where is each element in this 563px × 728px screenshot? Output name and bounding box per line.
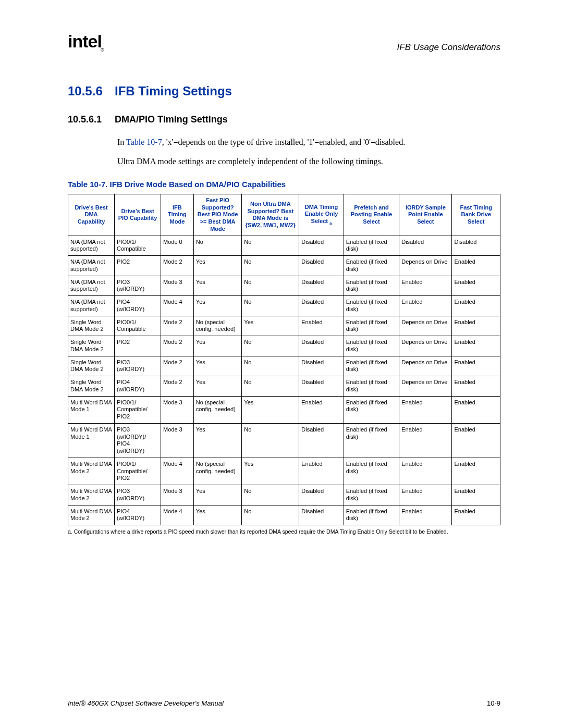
table-cell: Disabled: [452, 236, 500, 256]
table-cell: Yes: [193, 276, 241, 296]
table-cell: PIO0/1/ Compatible/ PIO2: [115, 458, 161, 485]
table-cell: Enabled: [452, 505, 500, 525]
table-cell: Depends on Drive: [399, 356, 452, 376]
table-cell: Yes: [193, 485, 241, 505]
table-cell: Enabled: [452, 396, 500, 423]
p1-b: , 'x'=depends on the type of drive insta…: [162, 138, 405, 146]
table-cell: Enabled: [399, 276, 452, 296]
table-cell: Enabled (if fixed disk): [344, 458, 399, 485]
table-cell: Mode 0: [161, 236, 194, 256]
table-cell: Enabled: [299, 458, 344, 485]
table-cell: Single Word DMA Mode 2: [68, 356, 115, 376]
table-cell: Disabled: [299, 485, 344, 505]
table-cell: Disabled: [299, 505, 344, 525]
table-cell: PIO4 (w/IORDY): [115, 296, 161, 316]
table-cell: Disabled: [299, 336, 344, 356]
table-row: Single Word DMA Mode 2PIO0/1/ Compatible…: [68, 316, 500, 336]
table-cell: No: [193, 236, 241, 256]
table-cell: PIO3 (w/IORDY): [115, 356, 161, 376]
table-cell: Multi Word DMA Mode 1: [68, 423, 115, 458]
table-cell: Single Word DMA Mode 2: [68, 376, 115, 397]
table-cell: Enabled (if fixed disk): [344, 376, 399, 397]
table-cell: Enabled (if fixed disk): [344, 505, 399, 525]
table-row: Single Word DMA Mode 2PIO4 (w/IORDY)Mode…: [68, 376, 500, 397]
table-caption: Table 10-7. IFB Drive Mode Based on DMA/…: [68, 180, 500, 189]
table-cell: Enabled: [399, 485, 452, 505]
th-3: Fast PIO Supported? Best PIO Mode >= Bes…: [193, 194, 241, 236]
table-cell: Disabled: [299, 376, 344, 397]
table-cell: Multi Word DMA Mode 2: [68, 485, 115, 505]
footnote-text: Configurations where a drive reports a P…: [74, 528, 448, 535]
table-cell: No (special config. needed): [193, 458, 241, 485]
table-cell: PIO2: [115, 256, 161, 276]
logo-registered: ®: [101, 47, 104, 53]
th-6: Prefetch and Posting Enable Select: [344, 194, 399, 236]
th-1: Drive's Best PIO Capability: [115, 194, 161, 236]
table-cell: Enabled: [399, 296, 452, 316]
table-cell: Enabled: [299, 396, 344, 423]
th-4: Non Ultra DMA Supported? Best DMA Mode i…: [242, 194, 299, 236]
table-cell: Enabled (if fixed disk): [344, 256, 399, 276]
table-cell: No: [242, 423, 299, 458]
table-cell: N/A (DMA not supported): [68, 296, 115, 316]
table-cell: PIO0/1/ Compatible: [115, 236, 161, 256]
table-cell: Mode 3: [161, 485, 194, 505]
table-row: N/A (DMA not supported)PIO0/1/ Compatibl…: [68, 236, 500, 256]
table-row: Multi Word DMA Mode 2PIO0/1/ Compatible/…: [68, 458, 500, 485]
table-cell: Depends on Drive: [399, 256, 452, 276]
th-0: Drive's Best DMA Capability: [68, 194, 115, 236]
heading-3-title: DMA/PIO Timing Settings: [115, 114, 228, 125]
table-row: N/A (DMA not supported)PIO2Mode 2YesNoDi…: [68, 256, 500, 276]
table-cell: Enabled: [399, 458, 452, 485]
table-cell: Disabled: [399, 236, 452, 256]
footer-page-number: 10-9: [487, 699, 500, 707]
table-row: Single Word DMA Mode 2PIO3 (w/IORDY)Mode…: [68, 356, 500, 376]
table-reference-link[interactable]: Table 10-7: [126, 138, 162, 146]
page-header: intel® IFB Usage Considerations: [68, 31, 500, 53]
table-cell: No: [242, 336, 299, 356]
table-cell: Enabled (if fixed disk): [344, 316, 399, 336]
heading-3: 10.5.6.1DMA/PIO Timing Settings: [68, 114, 500, 125]
table-cell: Disabled: [299, 423, 344, 458]
table-cell: PIO3 (w/IORDY): [115, 485, 161, 505]
table-cell: No (special config. needed): [193, 396, 241, 423]
table-cell: Mode 3: [161, 276, 194, 296]
table-cell: Depends on Drive: [399, 376, 452, 397]
table-row: Multi Word DMA Mode 1PIO0/1/ Compatible/…: [68, 396, 500, 423]
intel-logo: intel®: [68, 31, 104, 53]
table-cell: Mode 2: [161, 316, 194, 336]
p1-a: In: [117, 138, 126, 146]
table-cell: Mode 4: [161, 458, 194, 485]
table-cell: Enabled: [299, 316, 344, 336]
table-cell: PIO4 (w/IORDY): [115, 376, 161, 397]
table-cell: N/A (DMA not supported): [68, 256, 115, 276]
heading-2: 10.5.6IFB Timing Settings: [68, 84, 500, 98]
table-cell: Enabled (if fixed disk): [344, 336, 399, 356]
table-cell: Enabled: [452, 296, 500, 316]
table-cell: Enabled: [452, 316, 500, 336]
page-footer: Intel® 460GX Chipset Software Developer'…: [68, 699, 500, 707]
table-cell: Enabled: [452, 423, 500, 458]
table-cell: Yes: [193, 336, 241, 356]
header-section-title: IFB Usage Considerations: [397, 42, 500, 53]
table-cell: No: [242, 276, 299, 296]
table-cell: No: [242, 356, 299, 376]
table-cell: Mode 2: [161, 356, 194, 376]
table-cell: Enabled: [452, 256, 500, 276]
logo-text: intel: [68, 31, 102, 51]
table-cell: Multi Word DMA Mode 1: [68, 396, 115, 423]
table-cell: PIO3 (w/IORDY): [115, 276, 161, 296]
table-cell: Depends on Drive: [399, 316, 452, 336]
table-cell: Mode 2: [161, 376, 194, 397]
table-cell: No: [242, 485, 299, 505]
table-cell: No: [242, 505, 299, 525]
table-cell: Enabled (if fixed disk): [344, 296, 399, 316]
table-cell: Enabled (if fixed disk): [344, 236, 399, 256]
table-cell: PIO0/1/ Compatible: [115, 316, 161, 336]
table-cell: Yes: [193, 423, 241, 458]
table-cell: Mode 3: [161, 423, 194, 458]
th-7: IORDY Sample Point Enable Select: [399, 194, 452, 236]
table-row: Multi Word DMA Mode 1PIO3 (w/IORDY)/ PIO…: [68, 423, 500, 458]
footer-manual-title: Intel® 460GX Chipset Software Developer'…: [68, 699, 224, 707]
table-cell: No (special config. needed): [193, 316, 241, 336]
